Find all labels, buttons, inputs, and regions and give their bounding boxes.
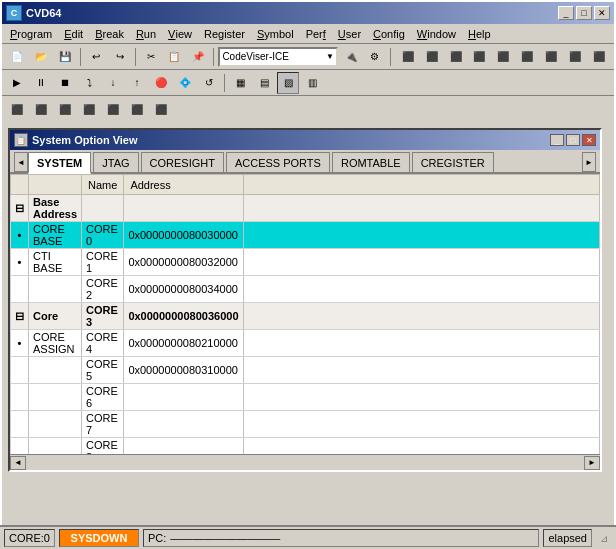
tb-config-btn[interactable]: ⚙ [364,46,386,68]
table-row[interactable]: • CORE BASECORE 00x0000000080030000 [11,222,600,249]
expand-cell[interactable] [11,411,29,438]
tb-paste-btn[interactable]: 📌 [187,46,209,68]
tab-coresight[interactable]: CORESIGHT [141,152,224,172]
tb2-view4-btn[interactable]: ▥ [301,72,323,94]
tb-extra-4[interactable]: ⬛ [469,46,491,68]
app-icon: C [6,5,22,21]
tb3-btn3[interactable]: ⬛ [54,98,76,120]
table-row[interactable]: CORE 6 [11,384,600,411]
tree-cell [29,384,82,411]
tb-undo-btn[interactable]: ↩ [85,46,107,68]
table-row[interactable]: CORE 7 [11,411,600,438]
tb-copy-btn[interactable]: 📋 [164,46,186,68]
tb-new-btn[interactable]: 📄 [6,46,28,68]
inner-minimize-btn[interactable]: _ [550,134,564,146]
menu-config[interactable]: Config [367,24,411,43]
tb-extra-1[interactable]: ⬛ [397,46,419,68]
tb-connect-btn[interactable]: 🔌 [340,46,362,68]
tb3-btn1[interactable]: ⬛ [6,98,28,120]
menu-view[interactable]: View [162,24,198,43]
tb3-btn2[interactable]: ⬛ [30,98,52,120]
menu-perf[interactable]: Perf [300,24,332,43]
tab-scroll-right-btn[interactable]: ► [582,152,596,172]
tb2-pause-btn[interactable]: ⏸ [30,72,52,94]
expand-cell[interactable]: ⊟ [11,303,29,330]
tb-extra-5[interactable]: ⬛ [492,46,514,68]
table-row[interactable]: ⊟CoreCORE 30x0000000080036000 [11,303,600,330]
expand-cell[interactable]: • [11,249,29,276]
data-table: Name Address ⊟Base Address• CORE BASECOR… [10,174,600,454]
table-container[interactable]: Name Address ⊟Base Address• CORE BASECOR… [10,174,600,454]
extra-cell [243,222,600,249]
expand-cell[interactable] [11,357,29,384]
expand-cell[interactable]: ⊟ [11,195,29,222]
minimize-button[interactable]: _ [558,6,574,20]
inner-close-btn[interactable]: ✕ [582,134,596,146]
toolbar-2: ▶ ⏸ ⏹ ⤵ ↓ ↑ 🔴 💠 ↺ ▦ ▤ ▧ ▥ [2,70,614,96]
tb-extra-7[interactable]: ⬛ [540,46,562,68]
tb-extra-2[interactable]: ⬛ [421,46,443,68]
tb-save-btn[interactable]: 💾 [54,46,76,68]
menu-run[interactable]: Run [130,24,162,43]
inner-scrollbar[interactable]: ◄ ► [10,454,600,470]
tb2-reset-btn[interactable]: ↺ [198,72,220,94]
address-cell [124,195,243,222]
menu-symbol[interactable]: Symbol [251,24,300,43]
tb2-view1-btn[interactable]: ▦ [229,72,251,94]
expand-cell[interactable]: • [11,222,29,249]
maximize-button[interactable]: □ [576,6,592,20]
tab-access-ports[interactable]: ACCESS PORTS [226,152,330,172]
tb-cut-btn[interactable]: ✂ [140,46,162,68]
menu-user[interactable]: User [332,24,367,43]
target-dropdown[interactable]: CodeViser-ICE ▼ [218,47,338,67]
menu-help[interactable]: Help [462,24,497,43]
tree-cell [29,357,82,384]
tb-redo-btn[interactable]: ↪ [109,46,131,68]
scroll-right-btn[interactable]: ► [584,456,600,470]
name-cell: CORE 0 [82,222,124,249]
expand-cell[interactable] [11,384,29,411]
tb-extra-6[interactable]: ⬛ [516,46,538,68]
tb2-mem-btn[interactable]: 💠 [174,72,196,94]
tb2-view2-btn[interactable]: ▤ [253,72,275,94]
tab-scroll-left-btn[interactable]: ◄ [14,152,28,172]
expand-cell[interactable] [11,438,29,455]
tb2-view3-btn[interactable]: ▧ [277,72,299,94]
tb-extra-3[interactable]: ⬛ [445,46,467,68]
menu-window[interactable]: Window [411,24,462,43]
expand-cell[interactable] [11,276,29,303]
tb-extra-8[interactable]: ⬛ [564,46,586,68]
tab-system[interactable]: SYSTEM [28,152,91,174]
menu-program[interactable]: Program [4,24,58,43]
tb3-btn7[interactable]: ⬛ [150,98,172,120]
table-row[interactable]: CORE 50x0000000080310000 [11,357,600,384]
tb-open-btn[interactable]: 📂 [30,46,52,68]
tb2-step-btn[interactable]: ⤵ [78,72,100,94]
menu-break[interactable]: Break [89,24,130,43]
tb2-run-btn[interactable]: ▶ [6,72,28,94]
expand-cell[interactable]: • [11,330,29,357]
tb3-btn6[interactable]: ⬛ [126,98,148,120]
menu-register[interactable]: Register [198,24,251,43]
table-row[interactable]: • CORE ASSIGNCORE 40x0000000080210000 [11,330,600,357]
tab-cregister[interactable]: CREGISTER [412,152,494,172]
scroll-left-btn[interactable]: ◄ [10,456,26,470]
tb2-step3-btn[interactable]: ↑ [126,72,148,94]
tb3-btn4[interactable]: ⬛ [78,98,100,120]
col-extra [243,175,600,195]
address-cell: 0x0000000080030000 [124,222,243,249]
close-button[interactable]: ✕ [594,6,610,20]
table-row[interactable]: • CTI BASECORE 10x0000000080032000 [11,249,600,276]
tb3-btn5[interactable]: ⬛ [102,98,124,120]
tab-romtable[interactable]: ROMTABLE [332,152,410,172]
tb2-step2-btn[interactable]: ↓ [102,72,124,94]
tb2-bp-btn[interactable]: 🔴 [150,72,172,94]
inner-maximize-btn[interactable]: □ [566,134,580,146]
table-row[interactable]: CORE 20x0000000080034000 [11,276,600,303]
tb2-stop-btn[interactable]: ⏹ [54,72,76,94]
menu-edit[interactable]: Edit [58,24,89,43]
table-row[interactable]: CORE 8 [11,438,600,455]
tab-jtag[interactable]: JTAG [93,152,138,172]
tb-extra-9[interactable]: ⬛ [588,46,610,68]
table-row[interactable]: ⊟Base Address [11,195,600,222]
